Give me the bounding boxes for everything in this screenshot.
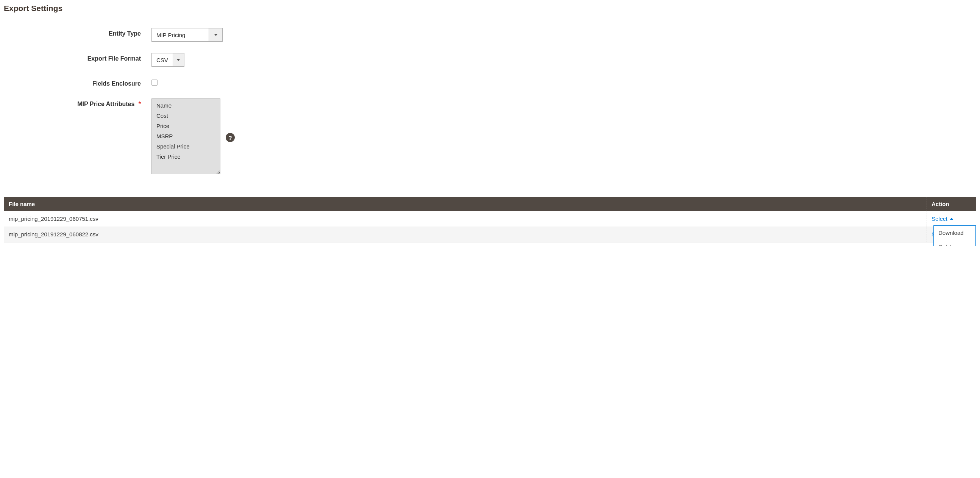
file-format-select[interactable]: CSV <box>151 53 185 67</box>
file-format-caret[interactable] <box>173 53 184 66</box>
attribute-option[interactable]: Name <box>152 100 220 111</box>
chevron-up-icon <box>950 218 953 220</box>
attribute-option[interactable]: Special Price <box>152 141 220 151</box>
col-header-file-name[interactable]: File name <box>4 197 927 211</box>
file-name-cell: mip_pricing_20191229_060751.csv <box>4 211 927 226</box>
attribute-option[interactable]: Price <box>152 121 220 131</box>
export-settings-form: Entity Type MIP Pricing Export File Form… <box>4 28 976 174</box>
file-name-cell: mip_pricing_20191229_060822.csv <box>4 226 927 242</box>
col-header-action[interactable]: Action <box>927 197 976 211</box>
fields-enclosure-label: Fields Enclosure <box>4 78 151 87</box>
entity-type-select[interactable]: MIP Pricing <box>151 28 223 41</box>
table-row: mip_pricing_20191229_060822.csvSelect <box>4 226 976 242</box>
table-row: mip_pricing_20191229_060751.csvSelectDow… <box>4 211 976 226</box>
resize-handle-icon[interactable] <box>216 170 220 174</box>
attribute-option[interactable]: Tier Price <box>152 151 220 162</box>
chevron-down-icon <box>177 59 180 61</box>
attribute-option[interactable]: MSRP <box>152 131 220 141</box>
page-title: Export Settings <box>4 4 976 13</box>
action-cell: SelectDownloadDelete <box>927 211 976 226</box>
file-format-value: CSV <box>152 53 173 66</box>
help-icon[interactable]: ? <box>226 133 235 142</box>
attributes-label: MIP Price Attributes * <box>4 99 151 108</box>
action-menu-download[interactable]: Download <box>934 226 975 240</box>
entity-type-value: MIP Pricing <box>152 29 208 41</box>
file-format-label: Export File Format <box>4 53 151 62</box>
chevron-down-icon <box>214 34 218 36</box>
attribute-option[interactable]: Cost <box>152 111 220 121</box>
entity-type-label: Entity Type <box>4 28 151 37</box>
attributes-multiselect[interactable]: NameCostPriceMSRPSpecial PriceTier Price <box>151 99 220 174</box>
fields-enclosure-checkbox[interactable] <box>151 80 158 86</box>
export-files-table: File name Action mip_pricing_20191229_06… <box>4 197 976 242</box>
action-select-link[interactable]: Select <box>932 215 953 222</box>
attributes-label-text: MIP Price Attributes <box>77 101 134 107</box>
required-asterisk-icon: * <box>138 101 141 107</box>
action-menu: DownloadDelete <box>934 225 976 246</box>
action-menu-delete[interactable]: Delete <box>934 240 975 246</box>
entity-type-caret[interactable] <box>208 29 222 41</box>
